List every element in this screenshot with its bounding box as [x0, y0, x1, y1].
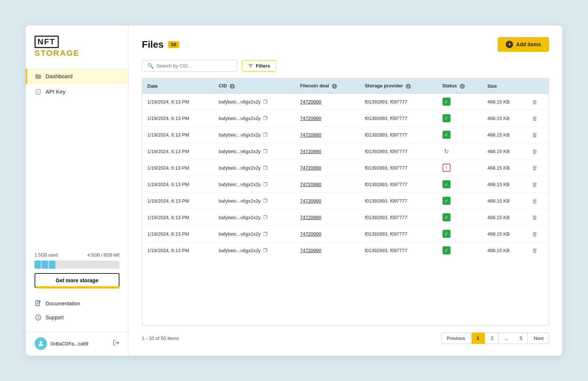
cell-delete: 🗑	[527, 193, 549, 209]
cell-filecoin: 74720990	[295, 94, 359, 110]
files-count-badge: 50	[168, 41, 179, 48]
previous-button[interactable]: Previous	[441, 333, 471, 344]
page-title: Files	[142, 39, 164, 50]
delete-icon[interactable]: 🗑	[532, 198, 538, 204]
cid-value: bafybeic...v6gx2x2y	[219, 99, 261, 105]
copy-icon[interactable]: ❐	[263, 182, 268, 187]
cell-date: 1/19/2024, 6:13 PM	[142, 176, 214, 193]
sidebar: NFT STORAGE Dashboard i	[26, 25, 129, 356]
cid-value: bafybeic...v6gx2x2y	[219, 116, 261, 121]
cell-status: ↻	[437, 143, 483, 160]
filecoin-link[interactable]: 74720990	[300, 116, 321, 121]
copy-icon[interactable]: ❐	[263, 231, 268, 237]
filecoin-link[interactable]: 74720990	[300, 132, 321, 138]
filecoin-link[interactable]: 74720990	[300, 165, 321, 171]
cid-info-icon: i	[230, 84, 235, 89]
cell-filecoin: 74720990	[295, 127, 359, 143]
page-2-button[interactable]: 2	[485, 333, 499, 344]
status-info-icon: i	[460, 84, 465, 89]
cell-filecoin: 74720990	[295, 242, 359, 259]
cell-size: 468.15 KB	[482, 127, 527, 143]
cell-cid: bafybeic...v6gx2x2y❐	[214, 127, 295, 143]
cell-delete: 🗑	[527, 226, 549, 242]
cell-cid: bafybeic...v6gx2x2y❐	[214, 193, 295, 209]
filecoin-link[interactable]: 74720990	[300, 182, 321, 187]
cell-provider: f01392893, f097777	[360, 226, 437, 242]
page-header: Files 50 + Add items	[142, 37, 549, 52]
filecoin-link[interactable]: 74720990	[300, 215, 321, 220]
cell-delete: 🗑	[527, 127, 549, 143]
next-button[interactable]: Next	[528, 333, 549, 344]
status-check-icon: ✓	[442, 131, 451, 139]
filecoin-link[interactable]: 74720990	[300, 248, 321, 253]
cell-provider: f01392893, f097777	[360, 110, 437, 127]
delete-icon[interactable]: 🗑	[532, 231, 538, 237]
table-header: Date CID i Filecoin deal i Storage provi…	[142, 79, 549, 94]
delete-icon[interactable]: 🗑	[532, 165, 538, 171]
copy-icon[interactable]: ❐	[263, 215, 268, 220]
add-items-button[interactable]: + Add items	[498, 37, 549, 52]
cell-status: ✓	[437, 127, 483, 143]
filecoin-link[interactable]: 74720990	[300, 231, 321, 237]
documentation-label: Documentation	[46, 301, 80, 306]
delete-icon[interactable]: 🗑	[532, 181, 538, 188]
cell-date: 1/19/2024, 6:13 PM	[142, 127, 214, 143]
cell-provider: f01392893, f097777	[360, 127, 437, 143]
copy-icon[interactable]: ❐	[263, 149, 268, 154]
cell-cid: bafybeic...v6gx2x2y❐	[214, 160, 295, 176]
support-link[interactable]: ? Support	[35, 311, 119, 324]
delete-icon[interactable]: 🗑	[532, 115, 538, 121]
delete-icon[interactable]: 🗑	[532, 99, 538, 105]
add-items-label: Add items	[516, 41, 541, 47]
status-check-icon: ✓	[442, 114, 451, 122]
cell-size: 468.15 KB	[482, 176, 527, 193]
avatar	[35, 337, 47, 350]
sidebar-item-apikey[interactable]: i API Key	[26, 84, 128, 99]
storage-used: 1.5GB used	[35, 253, 58, 258]
search-input[interactable]	[157, 63, 232, 69]
delete-icon[interactable]: 🗑	[532, 148, 538, 155]
copy-icon[interactable]: ❐	[263, 132, 268, 138]
documentation-link[interactable]: Documentation	[35, 297, 119, 311]
cell-status: ✓	[437, 94, 483, 110]
cell-delete: 🗑	[527, 242, 549, 259]
table-row: 1/19/2024, 6:13 PMbafybeic...v6gx2x2y❐74…	[142, 94, 549, 110]
pagination-bar: 1 - 10 of 50 items Previous 1 2 ... 5 Ne…	[142, 333, 549, 344]
filecoin-link[interactable]: 74720990	[300, 99, 321, 105]
cell-size: 468.15 KB	[482, 160, 527, 176]
copy-icon[interactable]: ❐	[263, 99, 268, 105]
copy-icon[interactable]: ❐	[263, 198, 268, 204]
cell-status: ✓	[437, 226, 483, 242]
copy-icon[interactable]: ❐	[263, 248, 268, 253]
copy-icon[interactable]: ❐	[263, 165, 268, 171]
cell-filecoin: 74720990	[295, 193, 359, 209]
col-status: Status i	[437, 79, 483, 94]
col-date: Date	[142, 79, 214, 94]
cell-cid: bafybeic...v6gx2x2y❐	[214, 94, 295, 110]
table-row: 1/19/2024, 6:13 PMbafybeic...v6gx2x2y❐74…	[142, 160, 549, 176]
sidebar-item-dashboard[interactable]: Dashboard	[26, 69, 128, 84]
delete-icon[interactable]: 🗑	[532, 247, 538, 254]
pagination-controls: Previous 1 2 ... 5 Next	[441, 333, 549, 344]
page-1-button[interactable]: 1	[472, 333, 485, 344]
get-more-storage-button[interactable]: Get more storage	[35, 273, 119, 288]
filecoin-link[interactable]: 74720990	[300, 198, 321, 204]
status-check-icon: ✓	[442, 197, 451, 205]
cell-filecoin: 74720990	[295, 160, 359, 176]
storage-bar-fill	[35, 261, 56, 269]
logout-icon[interactable]	[113, 340, 119, 348]
cid-value: bafybeic...v6gx2x2y	[219, 215, 261, 220]
table-body: 1/19/2024, 6:13 PMbafybeic...v6gx2x2y❐74…	[142, 94, 549, 259]
copy-icon[interactable]: ❐	[263, 116, 268, 121]
filecoin-link[interactable]: 74720990	[300, 149, 321, 154]
cell-size: 468.15 KB	[482, 110, 527, 127]
delete-icon[interactable]: 🗑	[532, 214, 538, 221]
filters-button[interactable]: Filters	[242, 60, 276, 72]
cell-cid: bafybeic...v6gx2x2y❐	[214, 242, 295, 259]
cell-size: 468.15 KB	[482, 193, 527, 209]
cell-provider: f01392893, f097777	[360, 94, 437, 110]
cell-cid: bafybeic...v6gx2x2y❐	[214, 176, 295, 193]
delete-icon[interactable]: 🗑	[532, 132, 538, 138]
cell-date: 1/19/2024, 6:13 PM	[142, 94, 214, 110]
page-5-button[interactable]: 5	[514, 333, 528, 344]
